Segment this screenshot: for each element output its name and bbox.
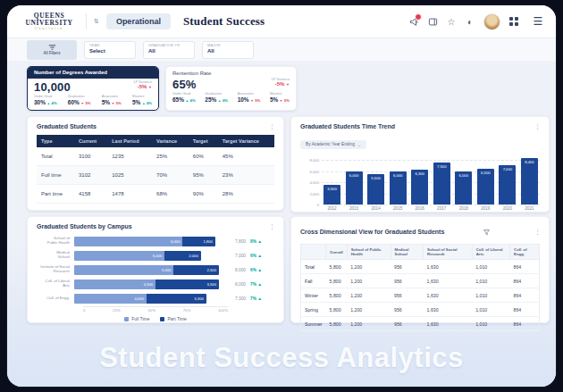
full-time-segment[interactable]: 4,000 <box>74 294 147 304</box>
legend-item[interactable]: Part Time <box>160 316 186 321</box>
announcement-icon[interactable] <box>408 16 419 27</box>
trend-bar[interactable]: 6,300 <box>411 170 428 204</box>
table-cell: 956 <box>391 317 424 331</box>
part-time-segment[interactable]: 2,500 <box>173 265 219 275</box>
table-cell: 1,630 <box>424 274 473 288</box>
filter-dropdown[interactable]: YearSelect <box>84 41 136 59</box>
lp-variance-value: -5% ▼ <box>134 84 152 89</box>
kebab-menu-icon[interactable]: ⋮ <box>269 223 275 229</box>
table-row[interactable]: Winter5,8001,2009561,6301,010864 <box>301 288 540 303</box>
trend-bar[interactable]: 7,500 <box>433 163 450 204</box>
legend-swatch <box>160 317 164 321</box>
x-tick-label: 2018 <box>455 206 472 211</box>
x-tick-label: 2013 <box>346 206 363 211</box>
legend-label: Part Time <box>167 316 186 321</box>
kpi-card-degrees-awarded[interactable]: Number of Degrees Awarded 10,000 LP Vari… <box>27 66 159 111</box>
app-window: Queens University Charlotte ⇅ Operationa… <box>7 5 556 387</box>
segment-value-label: 4,000 <box>135 296 144 301</box>
trend-bar[interactable]: 6,500 <box>477 169 494 204</box>
table-cell: Total <box>301 260 326 274</box>
table-row[interactable]: Part time4158147868%90%28% <box>37 185 274 204</box>
table-row[interactable]: Spring5,8001,2009561,6301,010864 <box>301 303 540 317</box>
table-row[interactable]: Total3100123525%60%45% <box>37 147 274 166</box>
by-campus-card: Graduated Students by Campus ⋮ School of… <box>27 216 284 323</box>
kebab-menu-icon[interactable]: ⋮ <box>534 229 541 235</box>
university-logo[interactable]: Queens University Charlotte <box>20 13 79 30</box>
table-cell: Part time <box>37 185 74 204</box>
dashboard-type-badge[interactable]: Operational <box>106 13 171 29</box>
kpi-metric-delta: 5% <box>116 101 122 105</box>
kpi-metric: Graduation25%▲4% <box>205 92 228 103</box>
trend-x-axis-labels: 2012201320142015201620172018201920202021 <box>324 206 538 211</box>
filter-dropdown-value: Select <box>89 48 130 54</box>
trend-bar[interactable]: 5,500 <box>367 174 384 204</box>
trend-bar[interactable]: 6,000 <box>455 171 472 204</box>
trend-bar[interactable]: 7,000 <box>499 165 516 204</box>
part-time-segment[interactable]: 2,000 <box>164 251 201 261</box>
trend-dimension-dropdown[interactable]: By Academic Year Ending ⌄ <box>300 140 366 149</box>
part-time-segment[interactable]: 3,300 <box>147 294 206 304</box>
trend-bar[interactable]: 6,000 <box>390 171 407 204</box>
campus-stacked-bar[interactable]: 5,5002,500 <box>74 265 219 275</box>
kpi-metric: Masters5%▲4% <box>132 95 152 105</box>
x-tick-label: 2015 <box>390 206 407 211</box>
user-avatar[interactable] <box>483 13 500 30</box>
campus-stacked-bar[interactable]: 6,0001,800 <box>74 237 215 246</box>
table-cell: 1,200 <box>347 274 391 288</box>
kpi-metric: Graduation60%▼5% <box>68 95 91 105</box>
column-header: Coll. of Engg. <box>510 245 540 260</box>
filter-dropdown[interactable]: MajorAll <box>202 41 254 59</box>
campus-stacked-bar[interactable]: 5,0002,000 <box>74 251 201 261</box>
part-time-segment[interactable]: 1,800 <box>182 237 214 246</box>
full-time-segment[interactable]: 4,500 <box>74 279 155 289</box>
gridline <box>322 204 540 205</box>
filter-funnel-icon[interactable] <box>483 223 490 239</box>
table-row[interactable]: Full time3102102570%95%23% <box>37 166 274 185</box>
favorite-star-icon[interactable]: ☆ <box>446 16 457 27</box>
kpi-submetrics: Under Grad.65%▲4%Graduation25%▲4%Associa… <box>172 92 290 103</box>
trend-bar[interactable]: 8,400 <box>521 158 538 204</box>
trend-bar[interactable]: 6,000 <box>346 171 363 204</box>
table-cell: 1,200 <box>347 317 391 331</box>
table-row[interactable]: Fall5,8001,2009561,6301,010864 <box>301 274 540 288</box>
kpi-card-retention-rate[interactable]: Rentention Rate 65% LP Variance -5% ▼ Un… <box>165 66 297 111</box>
kpi-metric-value: 5% <box>270 96 278 103</box>
table-cell: 1235 <box>107 147 152 166</box>
kpi-metric-label: Graduation <box>205 92 228 96</box>
legend-item[interactable]: Full Time <box>124 316 149 321</box>
kebab-menu-icon[interactable]: ⋮ <box>534 123 541 129</box>
panel-icon[interactable] <box>427 16 438 27</box>
y-tick-label: 8,000 <box>310 158 319 163</box>
kpi-metric-delta: 4% <box>147 101 152 105</box>
all-filters-button[interactable]: All Filters <box>27 40 77 60</box>
kebab-menu-icon[interactable]: ⋮ <box>269 123 275 129</box>
hamburger-menu-icon[interactable]: ☰ <box>533 16 543 27</box>
full-time-segment[interactable]: 5,500 <box>74 265 173 275</box>
watermark-text: Student Success Analytics <box>7 342 556 374</box>
table-row[interactable]: Summer5,8001,2009561,6301,010864 <box>301 317 540 331</box>
kpi-metric-delta: 4% <box>223 98 228 103</box>
campus-stacked-bar[interactable]: 4,0003,300 <box>74 294 206 304</box>
table-row[interactable]: Total5,8001,2009561,6301,010864 <box>301 260 540 274</box>
campus-stacked-bar[interactable]: 4,5003,500 <box>74 279 219 289</box>
table-cell: Full time <box>37 166 74 185</box>
contrast-icon[interactable]: ◐ <box>465 16 475 27</box>
trend-bar[interactable]: 3,500 <box>324 185 340 204</box>
column-header: Variance <box>152 135 189 147</box>
full-time-segment[interactable]: 5,000 <box>74 251 164 261</box>
filter-dropdown[interactable]: Graduation YrAll <box>143 41 195 59</box>
column-header: Last Period <box>107 135 152 147</box>
notification-badge <box>415 13 422 21</box>
cross-dimensional-card: Cross Dimensional View for Graduated Stu… <box>290 216 550 323</box>
full-time-segment[interactable]: 6,000 <box>74 237 182 246</box>
collapse-icon[interactable]: ⇅ <box>94 18 99 25</box>
down-arrow-icon: ▼ <box>286 82 290 87</box>
y-tick-label: 6,000 <box>310 169 319 173</box>
table-cell: 5,800 <box>326 260 348 274</box>
column-header: School of Public Health <box>347 245 391 260</box>
table-cell: 1,630 <box>424 317 473 331</box>
table-cell: Winter <box>301 288 326 303</box>
part-time-segment[interactable]: 3,500 <box>155 279 219 289</box>
apps-grid-icon[interactable] <box>508 16 519 27</box>
filter-lines-icon <box>48 45 56 50</box>
